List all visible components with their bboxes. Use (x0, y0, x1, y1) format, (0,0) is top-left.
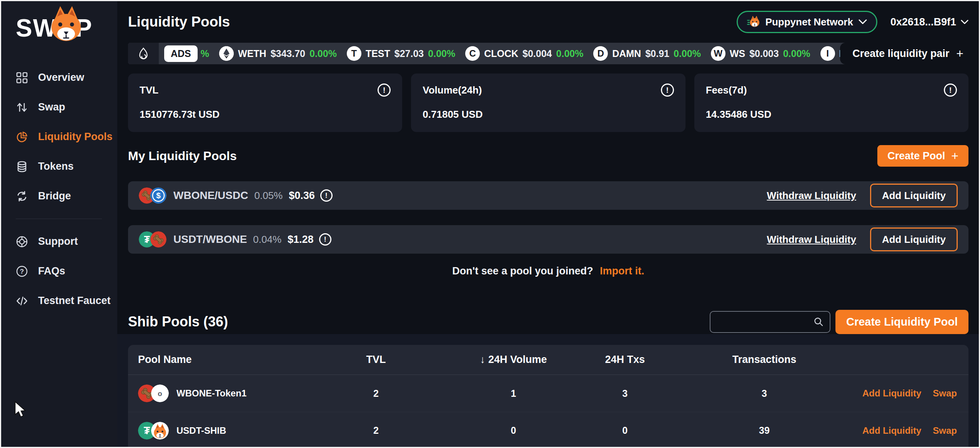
usdc-token-icon: $ (150, 187, 166, 204)
pair-fee: 0.04% (253, 234, 281, 246)
question-icon: ? (16, 265, 28, 277)
create-pool-label: Create Pool (887, 150, 945, 162)
svg-text:₮: ₮ (144, 425, 150, 436)
sidebar-item-liquidity-pools[interactable]: Liquidity Pools (16, 122, 117, 152)
search-icon (814, 317, 824, 327)
app-logo[interactable]: SWAP (16, 10, 97, 47)
ticker-price: $27.03 (394, 48, 424, 59)
pair-icons: ₮ (138, 422, 169, 440)
row-actions: Add Liquidity Swap (851, 425, 968, 436)
column-pool-name: Pool Name (128, 354, 297, 366)
add-liquidity-button[interactable]: Add Liquidity (870, 184, 958, 207)
sidebar-item-label: Swap (38, 101, 65, 113)
pair-value: $0.36 (289, 190, 315, 202)
ticker-change: 0.00% (309, 48, 337, 59)
weth-token-icon (219, 46, 234, 61)
create-liquidity-pair-button[interactable]: Create liquidity pair + (840, 43, 979, 64)
sidebar: SWAP Overview Swap Liquidity Pools Token… (1, 1, 117, 447)
import-pool-line: Don't see a pool you joined? Import it. (128, 265, 968, 277)
ticker-item-test[interactable]: T TEST $27.03 0.00% (347, 46, 455, 61)
database-icon (16, 160, 28, 173)
volume-label: Volume(24h) (423, 84, 674, 96)
ads-badge[interactable]: ADS (164, 45, 198, 62)
sidebar-item-bridge[interactable]: Bridge (16, 181, 117, 211)
withdraw-liquidity-link[interactable]: Withdraw Liquidity (767, 190, 856, 202)
svg-text:?: ? (20, 268, 24, 275)
swap-link[interactable]: Swap (933, 425, 957, 436)
sidebar-item-testnet-faucet[interactable]: Testnet Faucet (16, 286, 117, 316)
code-icon (16, 295, 28, 307)
sidebar-item-label: FAQs (38, 265, 65, 277)
add-liquidity-link[interactable]: Add Liquidity (862, 388, 921, 399)
sidebar-item-label: Testnet Faucet (38, 295, 111, 307)
column-tvl[interactable]: TVL (297, 354, 455, 366)
import-pool-link[interactable]: Import it. (600, 265, 644, 277)
my-pools-heading: My Liquidity Pools (128, 149, 237, 163)
my-pool-row-wbone-usdc: $ WBONE/USDC 0.05% $0.36 ! Withdraw Liqu… (128, 181, 968, 210)
network-selector[interactable]: Puppynet Network (737, 11, 877, 33)
info-icon[interactable]: ! (319, 233, 331, 246)
row-actions: Add Liquidity Swap (851, 388, 968, 399)
txs-cell: 3 (572, 388, 678, 399)
sidebar-item-overview[interactable]: Overview (16, 63, 117, 92)
sidebar-item-swap[interactable]: Swap (16, 92, 117, 122)
ticker-change: 0.00% (783, 48, 810, 59)
info-icon[interactable]: ! (944, 84, 957, 97)
wallet-address-button[interactable]: 0x2618...B9f1 (890, 16, 968, 28)
create-liquidity-pool-button[interactable]: Create Liquidity Pool (835, 310, 968, 334)
pair-name: USDT/WBONE (173, 233, 247, 246)
pools-table: Pool Name TVL ↓24H Volume 24H Txs Transa… (128, 345, 968, 448)
column-transactions[interactable]: Transactions (678, 354, 851, 366)
ticker-item-weth[interactable]: WETH $343.70 0.00% (219, 46, 337, 61)
sidebar-item-support[interactable]: Support (16, 227, 117, 256)
ticker-change: 0.00% (674, 48, 701, 59)
sort-desc-icon: ↓ (480, 354, 485, 365)
main-content: Liquidity Pools Puppynet Network 0x2618.… (117, 1, 979, 447)
table-row-wbone-token1[interactable]: o WBONE-Token1 2 1 3 3 Add Liquidity Swa… (128, 375, 968, 412)
volume-cell: 1 (455, 388, 572, 399)
shib-token-icon (151, 422, 169, 440)
svg-text:$: $ (156, 191, 161, 200)
price-ticker-bar: ADS % WETH $343.70 0.00% T TEST $27.03 0… (128, 43, 979, 64)
create-pool-button[interactable]: Create Pool + (877, 145, 968, 167)
info-icon[interactable]: ! (320, 189, 333, 202)
add-liquidity-button[interactable]: Add Liquidity (870, 227, 958, 251)
transactions-cell: 39 (678, 425, 851, 436)
sidebar-item-tokens[interactable]: Tokens (16, 152, 117, 181)
sidebar-item-faqs[interactable]: ? FAQs (16, 256, 117, 286)
grid-icon (16, 72, 28, 84)
tvl-label: TVL (140, 84, 391, 96)
column-24h-txs[interactable]: 24H Txs (572, 354, 678, 366)
svg-text:o: o (158, 389, 162, 398)
swap-link[interactable]: Swap (933, 388, 957, 399)
column-24h-volume[interactable]: ↓24H Volume (455, 354, 572, 366)
ticker-item-damn[interactable]: D DAMN $0.91 0.00% (593, 46, 700, 61)
ticker-price: $0.004 (522, 48, 552, 59)
txs-cell: 0 (572, 425, 678, 436)
sidebar-item-label: Bridge (38, 190, 71, 202)
pool-search-input[interactable] (717, 316, 814, 327)
ticker-price: $0.91 (645, 48, 669, 59)
damn-token-icon: D (593, 46, 608, 61)
flame-icon (137, 47, 150, 60)
ticker-partial-change: % (201, 48, 209, 59)
info-icon[interactable]: ! (661, 84, 674, 97)
table-row-usdt-shib[interactable]: ₮ USDT-SHIB 2 0 0 39 Add Liquidity Swap (128, 412, 968, 448)
stats-cards: TVL ! 1510776.73t USD Volume(24h) ! 0.71… (128, 74, 968, 132)
ticker-item-clock[interactable]: C CLOCK $0.004 0.00% (465, 46, 583, 61)
ticker-item-ws[interactable]: W WS $0.003 0.00% (711, 46, 810, 61)
ticker-symbol: TEST (366, 48, 390, 59)
lifebuoy-icon (16, 236, 28, 248)
sidebar-item-label: Overview (38, 72, 84, 84)
ticker-symbol: WS (730, 48, 745, 59)
add-liquidity-link[interactable]: Add Liquidity (862, 425, 921, 436)
tvl-value: 1510776.73t USD (140, 109, 391, 120)
chevron-down-icon (859, 19, 867, 25)
ws-token-icon: W (711, 46, 725, 61)
clock-token-icon: C (465, 46, 480, 61)
import-prompt: Don't see a pool you joined? (452, 265, 593, 277)
pool-name-cell: ₮ USDT-SHIB (128, 422, 297, 440)
wbone-token-icon (150, 231, 166, 247)
volume-card: Volume(24h) ! 0.71805 USD (411, 74, 685, 132)
withdraw-liquidity-link[interactable]: Withdraw Liquidity (767, 234, 856, 246)
